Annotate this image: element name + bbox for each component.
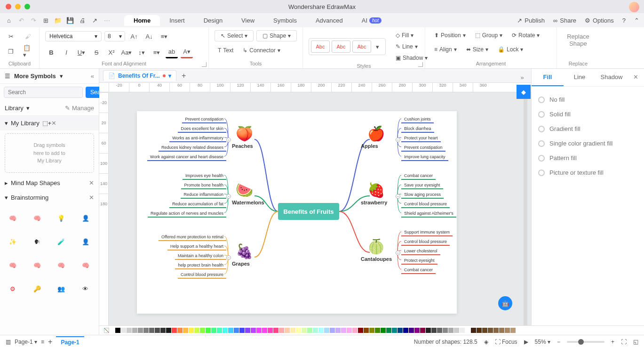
color-swatch[interactable] <box>318 328 324 333</box>
font-grow-button[interactable]: A↑ <box>128 30 140 42</box>
color-swatch[interactable] <box>324 328 329 333</box>
color-swatch[interactable] <box>364 328 369 333</box>
color-swatch[interactable] <box>262 328 267 333</box>
branch-title[interactable]: strawberry <box>361 200 387 205</box>
zoom-out-button[interactable]: − <box>557 339 560 345</box>
color-swatch[interactable] <box>239 328 245 333</box>
manage-button[interactable]: ✎ Manage <box>65 105 94 112</box>
color-swatch[interactable] <box>431 328 437 333</box>
leaf-node[interactable]: Block diarrhea <box>401 125 434 133</box>
collapse-ribbon-button[interactable]: ⌃ <box>634 17 639 24</box>
font-shrink-button[interactable]: A↓ <box>143 30 155 42</box>
share-button[interactable]: ∞Share <box>553 17 576 24</box>
collapse-left-panel[interactable]: « <box>91 73 94 80</box>
color-swatch[interactable] <box>313 328 318 333</box>
layers-icon[interactable]: ◈ <box>484 339 488 345</box>
color-swatch[interactable] <box>330 328 335 333</box>
presentation-button[interactable]: ▶ <box>524 339 528 345</box>
symbol-item[interactable]: ✨ <box>3 232 23 252</box>
page-tab[interactable]: Page-1 <box>56 336 84 348</box>
zoom-slider[interactable] <box>567 341 604 343</box>
paste-button[interactable]: 📋▾ <box>23 45 34 57</box>
symbol-item[interactable]: 🧠 <box>76 256 95 275</box>
doc-tab-menu[interactable]: ▾ <box>168 73 171 79</box>
rp-tab-fill[interactable]: Fill <box>532 69 564 86</box>
mylib-header[interactable]: My Library <box>11 120 40 127</box>
color-swatch[interactable] <box>460 328 465 333</box>
color-swatch[interactable] <box>177 328 183 333</box>
color-swatch[interactable] <box>273 328 278 333</box>
fruit-icon[interactable]: 🍇 <box>236 243 253 259</box>
print-icon[interactable]: 🖨 <box>78 16 87 24</box>
format-painter-button[interactable]: 🖌 <box>23 30 34 42</box>
color-swatch[interactable] <box>505 328 510 333</box>
zoom-value[interactable]: 55% ▾ <box>535 339 550 345</box>
leaf-node[interactable]: Combat cancer <box>401 267 436 274</box>
user-avatar[interactable] <box>629 2 639 12</box>
case-button[interactable]: Aa▾ <box>120 46 133 58</box>
branch-title[interactable]: Apples <box>361 143 378 149</box>
leaf-node[interactable]: Improves eye health <box>183 172 226 180</box>
tab-insert[interactable]: Insert <box>160 15 194 26</box>
symbol-item[interactable]: 🧠 <box>3 209 23 228</box>
expand-right-panel[interactable]: » <box>517 72 528 83</box>
color-swatch[interactable] <box>477 328 482 333</box>
leaf-node[interactable]: Lower cholesterol <box>401 248 440 255</box>
leaf-node[interactable]: Control blood pressure <box>401 238 450 246</box>
zoom-in-button[interactable]: + <box>611 339 614 345</box>
underline-button[interactable]: U▾ <box>75 46 87 58</box>
align-button[interactable]: ≡ Align▾ <box>431 44 460 55</box>
tab-design[interactable]: Design <box>194 15 232 26</box>
add-page-button[interactable]: + <box>48 338 52 346</box>
open-icon[interactable]: 📁 <box>54 16 62 24</box>
pages-panel-toggle[interactable]: ▥ <box>6 339 11 345</box>
leaf-node[interactable]: Combat cancer <box>401 172 436 180</box>
lock-button[interactable]: 🔒 Lock▾ <box>494 44 526 55</box>
page-select[interactable]: Page-1 ▾ <box>15 339 37 345</box>
color-swatch[interactable] <box>454 328 459 333</box>
text-tool[interactable]: T Text <box>215 45 237 56</box>
rp-close[interactable]: ✕ <box>628 69 644 86</box>
font-size-select[interactable]: 8▾ <box>104 31 125 41</box>
color-swatch[interactable] <box>347 328 352 333</box>
leaf-node[interactable]: Offered more protection to retinal <box>159 234 226 241</box>
color-swatch[interactable] <box>155 328 160 333</box>
color-swatch[interactable] <box>375 328 380 333</box>
branch-title[interactable]: Peaches <box>232 143 253 149</box>
rp-tab-line[interactable]: Line <box>564 69 596 86</box>
leaf-node[interactable]: Works as anti-inflammatory <box>169 135 226 142</box>
color-swatch[interactable] <box>471 328 476 333</box>
fruit-icon[interactable]: 🍎 <box>367 125 385 142</box>
color-swatch[interactable] <box>420 328 425 333</box>
color-swatch[interactable] <box>358 328 363 333</box>
color-swatch[interactable] <box>409 328 414 333</box>
cut-button[interactable]: ✂ <box>6 30 16 42</box>
leaf-node[interactable]: Prevent constipation <box>182 116 226 123</box>
color-swatch[interactable] <box>228 328 233 333</box>
help-button[interactable]: ? <box>622 17 626 24</box>
collapse-node-button[interactable]: − <box>396 251 400 255</box>
color-swatch[interactable] <box>268 328 273 333</box>
fill-option[interactable]: Solid fill <box>538 107 637 121</box>
color-swatch[interactable] <box>493 328 499 333</box>
collapse-node-button[interactable]: − <box>396 138 400 142</box>
fit-page-button[interactable]: ⛶ <box>621 339 627 345</box>
line-height-button[interactable]: ↕▾ <box>135 46 148 58</box>
color-swatch[interactable] <box>279 328 284 333</box>
collapse-node-button[interactable]: − <box>226 138 231 142</box>
mindmap-center-node[interactable]: Benefits of Fruits <box>278 203 339 220</box>
vertical-scrollbar[interactable] <box>524 97 527 330</box>
leaf-node[interactable]: Reduce inflammation <box>181 191 226 199</box>
color-swatch[interactable] <box>172 328 177 333</box>
rotate-button[interactable]: ⟳ Rotate▾ <box>509 30 543 40</box>
color-swatch[interactable] <box>189 328 194 333</box>
mindmap-close-icon[interactable]: ✕ <box>89 179 94 186</box>
color-swatch[interactable] <box>403 328 408 333</box>
hamburger-icon[interactable]: ☰ <box>5 73 10 80</box>
mindmap-shapes-header[interactable]: Mind Map Shapes <box>11 179 60 186</box>
focus-button[interactable]: ⛶ Focus <box>495 339 517 345</box>
symbol-item[interactable]: 👥 <box>51 279 71 299</box>
leaf-node[interactable]: Protect eyesight <box>401 257 437 265</box>
color-swatch[interactable] <box>381 328 386 333</box>
leaf-node[interactable]: Regulate action of nerves and muscles <box>148 210 226 218</box>
